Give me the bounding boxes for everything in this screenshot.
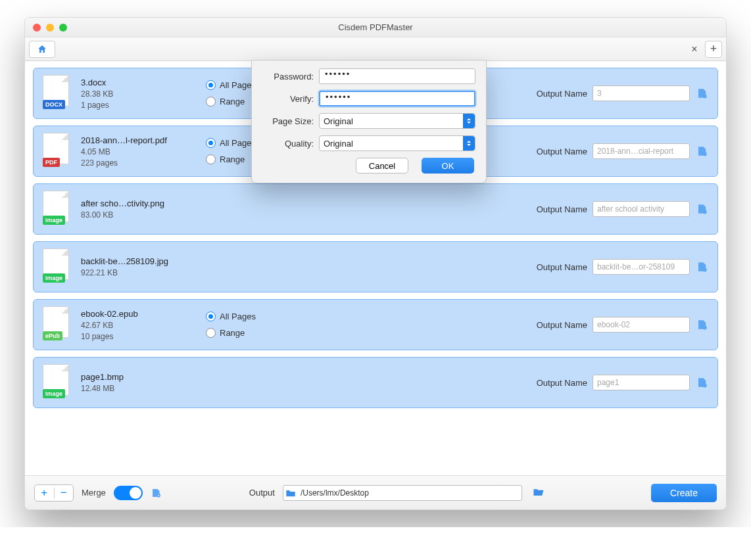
output-name-input[interactable] xyxy=(593,375,690,390)
cancel-button[interactable]: Cancel xyxy=(356,158,408,174)
file-row[interactable]: Imagepage1.bmp12.48 MBOutput Name xyxy=(33,357,718,408)
add-tab-button[interactable]: + xyxy=(705,41,722,58)
file-info: 3.docx28.38 KB1 pages xyxy=(81,78,206,110)
file-type-badge: DOCX xyxy=(43,100,65,109)
verify-input[interactable]: •••••• xyxy=(319,91,475,106)
file-row[interactable]: Imagebacklit-be…258109.jpg922.21 KBOutpu… xyxy=(33,241,718,292)
file-size: 42.67 KB xyxy=(81,321,206,330)
password-label: Password: xyxy=(262,72,319,82)
file-info: after scho…ctivity.png83.00 KB xyxy=(81,198,206,220)
quality-label: Quality: xyxy=(262,139,319,149)
app-window: Cisdem PDFMaster × + DOCX3.docx28.38 KB1… xyxy=(24,17,727,510)
file-icon: ePub xyxy=(43,306,72,343)
output-name-input[interactable] xyxy=(593,201,690,217)
quality-select[interactable]: Original xyxy=(319,135,475,151)
svg-point-0 xyxy=(703,95,707,99)
titlebar: Cisdem PDFMaster xyxy=(25,18,726,37)
close-tab-button[interactable]: × xyxy=(688,43,701,55)
row-settings-button[interactable] xyxy=(696,377,708,388)
file-name: backlit-be…258109.jpg xyxy=(81,256,206,266)
file-size: 922.21 KB xyxy=(81,268,206,277)
verify-label: Verify: xyxy=(262,94,319,104)
file-info: backlit-be…258109.jpg922.21 KB xyxy=(81,256,206,277)
output-name-label: Output Name xyxy=(537,204,587,214)
file-pages: 1 pages xyxy=(81,101,206,110)
radio-icon xyxy=(206,312,216,321)
svg-point-1 xyxy=(703,152,707,156)
file-size: 12.48 MB xyxy=(81,384,206,393)
file-icon: PDF xyxy=(43,133,72,170)
output-name-label: Output Name xyxy=(537,89,587,99)
create-button[interactable]: Create xyxy=(651,484,717,502)
svg-point-2 xyxy=(703,210,707,214)
row-settings-button[interactable] xyxy=(696,319,708,331)
file-size: 28.38 KB xyxy=(81,89,206,99)
password-input[interactable]: •••••• xyxy=(319,68,475,84)
output-name-input[interactable] xyxy=(593,143,690,159)
page-size-select[interactable]: Original xyxy=(319,113,475,129)
file-type-badge: ePub xyxy=(43,331,62,340)
file-name: ebook-02.epub xyxy=(81,309,206,319)
output-label: Output xyxy=(249,488,275,498)
page-size-label: Page Size: xyxy=(262,116,319,126)
output-name-input[interactable] xyxy=(593,317,690,333)
all-pages-radio[interactable]: All Pages xyxy=(206,312,285,321)
output-name-input[interactable] xyxy=(593,85,690,101)
row-settings-button[interactable] xyxy=(696,145,708,157)
file-type-badge: PDF xyxy=(43,158,60,167)
add-remove-button[interactable]: + − xyxy=(34,484,74,502)
output-name-label: Output Name xyxy=(537,320,587,330)
file-name: page1.bmp xyxy=(81,372,206,382)
radio-icon xyxy=(206,328,216,338)
radio-icon xyxy=(206,80,216,90)
file-size: 4.05 MB xyxy=(81,147,206,156)
password-dialog: Password: •••••• Verify: •••••• Page Siz… xyxy=(251,60,487,183)
chevron-updown-icon xyxy=(463,136,475,151)
file-info: page1.bmp12.48 MB xyxy=(81,372,206,393)
file-pages: 223 pages xyxy=(81,158,206,168)
minus-icon: − xyxy=(55,486,74,500)
file-name: after scho…ctivity.png xyxy=(81,198,206,208)
folder-icon xyxy=(283,488,298,498)
output-name-label: Output Name xyxy=(537,262,587,272)
row-settings-button[interactable] xyxy=(696,261,708,273)
svg-point-5 xyxy=(703,384,707,388)
file-size: 83.00 KB xyxy=(81,210,206,220)
svg-point-4 xyxy=(703,326,707,330)
merge-toggle[interactable] xyxy=(114,486,143,500)
row-settings-button[interactable] xyxy=(696,203,708,215)
file-type-badge: Image xyxy=(43,273,65,283)
plus-icon: + xyxy=(35,486,54,500)
file-icon: Image xyxy=(43,191,72,227)
file-info: 2018-ann…l-report.pdf4.05 MB223 pages xyxy=(81,135,206,168)
browse-folder-button[interactable] xyxy=(533,486,546,500)
output-name-label: Output Name xyxy=(537,378,587,388)
file-name: 3.docx xyxy=(81,78,206,87)
merge-label: Merge xyxy=(82,488,106,498)
radio-icon xyxy=(206,138,216,148)
merge-settings-button[interactable] xyxy=(151,487,162,499)
radio-icon xyxy=(206,154,216,164)
range-radio[interactable]: Range xyxy=(206,328,285,338)
row-settings-button[interactable] xyxy=(696,87,708,99)
file-icon: Image xyxy=(43,248,72,285)
home-icon xyxy=(37,44,47,55)
file-row[interactable]: Imageafter scho…ctivity.png83.00 KBOutpu… xyxy=(33,183,718,235)
home-button[interactable] xyxy=(29,41,55,58)
file-name: 2018-ann…l-report.pdf xyxy=(81,135,206,145)
radio-icon xyxy=(206,97,216,106)
output-name-label: Output Name xyxy=(537,147,587,156)
file-info: ebook-02.epub42.67 KB10 pages xyxy=(81,309,206,341)
output-name-input[interactable] xyxy=(593,259,690,275)
file-icon: Image xyxy=(43,364,72,401)
main-toolbar: × + xyxy=(25,37,726,61)
file-row[interactable]: ePubebook-02.epub42.67 KB10 pagesAll Pag… xyxy=(33,299,718,350)
ok-button[interactable]: OK xyxy=(422,158,474,174)
bottom-bar: + − Merge Output /Users/lmx/Desktop Crea… xyxy=(25,475,726,509)
file-icon: DOCX xyxy=(43,75,72,112)
file-type-badge: Image xyxy=(43,216,65,225)
window-title: Cisdem PDFMaster xyxy=(25,22,726,32)
file-pages: 10 pages xyxy=(81,332,206,341)
output-path-field[interactable]: /Users/lmx/Desktop xyxy=(283,485,522,501)
file-type-badge: Image xyxy=(43,389,65,398)
